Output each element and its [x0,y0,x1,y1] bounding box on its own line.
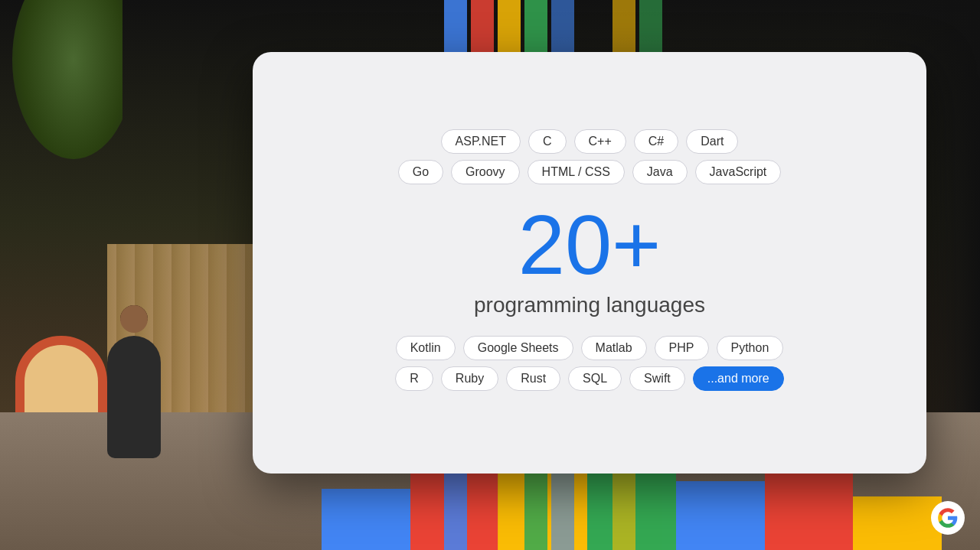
tag-php: PHP [655,336,709,360]
tag-r: R [395,366,433,391]
tag-ruby: Ruby [441,366,498,391]
col-blue2 [676,481,765,550]
tag-rust: Rust [506,366,560,391]
slide-card: ASP.NET C C++ C# Dart Go Groovy HTML / C… [253,52,926,474]
tag-java: Java [632,160,688,184]
tag-python: Python [717,336,784,360]
tag-google-sheets: Google Sheets [463,336,573,360]
top-tags-row: ASP.NET C C++ C# Dart [441,129,739,154]
tag-kotlin: Kotlin [396,336,456,360]
bottom-tags-row1: Kotlin Google Sheets Matlab PHP Python [396,336,784,360]
tag-aspnet: ASP.NET [441,129,521,154]
tag-javascript: JavaScript [695,160,782,184]
col-red2 [765,466,854,550]
tag-dart: Dart [686,129,738,154]
google-logo [931,501,965,535]
speaker [107,305,161,458]
tag-go: Go [398,160,443,184]
speaker-body [107,336,161,458]
tag-c: C [528,129,567,154]
big-number: 20+ [518,203,662,287]
subtitle: programming languages [474,293,705,317]
tag-cpp: C++ [574,129,626,154]
col-yellow2 [853,496,942,550]
speaker-head [120,305,148,333]
col-blue [322,489,410,550]
tag-groovy: Groovy [451,160,520,184]
tag-csharp: C# [634,129,678,154]
tag-and-more[interactable]: ...and more [693,366,784,391]
tag-matlab: Matlab [581,336,647,360]
bottom-tags-row2: R Ruby Rust SQL Swift ...and more [395,366,783,391]
top-tags-row2: Go Groovy HTML / CSS Java JavaScript [398,160,782,184]
tag-html-css: HTML / CSS [528,160,625,184]
tag-sql: SQL [568,366,622,391]
tag-swift: Swift [629,366,685,391]
